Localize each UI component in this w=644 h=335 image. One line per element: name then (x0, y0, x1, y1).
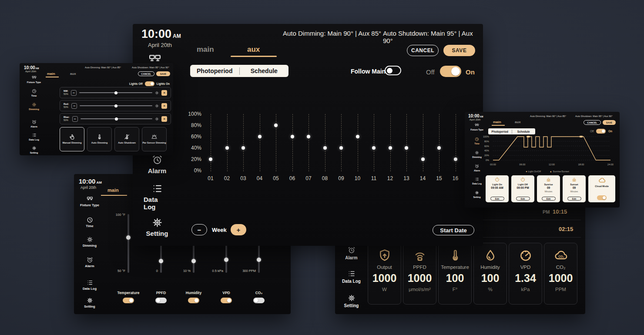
tab-aux[interactable]: aux (515, 120, 521, 124)
sidebar-item-alarm[interactable]: Alarm (24, 120, 44, 128)
sidebar-item-alarm[interactable]: Alarm (144, 154, 171, 174)
cancel-button[interactable]: CANCEL (584, 120, 601, 125)
dimming-icon (32, 102, 37, 107)
tab-main[interactable]: main (493, 120, 501, 124)
sidebar-item-data-log[interactable]: Data Log (144, 183, 171, 211)
sidebar-item-fixture-type[interactable]: Fixture Type (24, 75, 44, 84)
humidity-toggle[interactable] (188, 298, 199, 303)
chart-data-point[interactable] (437, 146, 441, 150)
edit-button[interactable]: Edit (542, 197, 556, 201)
segment-schedule[interactable]: Schedule (512, 130, 536, 133)
time-value[interactable]: 10:15 (553, 208, 567, 215)
sidebar-item-fixture-type[interactable]: Fixture Type (468, 123, 486, 131)
metric-value: 1.34 (515, 272, 536, 285)
chart-data-point[interactable] (421, 157, 425, 161)
tab-main[interactable]: main (47, 72, 55, 76)
slider-thumb[interactable] (115, 117, 118, 121)
sidebar-item-setting[interactable]: Setting (144, 217, 171, 237)
sidebar-item-alarm[interactable]: Alarm (339, 246, 363, 260)
sidebar-item-setting[interactable]: Setting (79, 297, 100, 308)
sidebar-item-setting[interactable]: Setting (339, 294, 363, 308)
aux-on-off-toggle[interactable] (440, 66, 461, 77)
slider-thumb[interactable] (114, 104, 117, 107)
sidebar-item-time[interactable]: Time (79, 217, 100, 228)
sidebar-item-time[interactable]: Time (24, 89, 44, 97)
tab-main[interactable]: main (197, 45, 214, 54)
channel-increase-button[interactable]: + (161, 116, 167, 122)
channel-increase-button[interactable]: + (161, 103, 167, 109)
sidebar-item-data-log[interactable]: Data Log (24, 133, 44, 141)
slider-thumb[interactable] (191, 259, 196, 263)
chart-data-point[interactable] (274, 124, 278, 127)
sidebar-item-alarm[interactable]: Alarm (79, 257, 100, 268)
save-button[interactable]: SAVE (156, 71, 170, 76)
tab-main[interactable]: main (107, 188, 119, 193)
cancel-button[interactable]: CANCEL (138, 71, 154, 76)
ppfd-toggle[interactable] (155, 298, 167, 303)
duration-value[interactable]: 02:15 (559, 226, 573, 232)
mode-card-manual-dimming[interactable]: Manual Dimming (60, 127, 84, 151)
chart-data-point[interactable] (291, 135, 294, 138)
segment-photoperiod[interactable]: Photoperiod (488, 130, 512, 133)
save-button[interactable]: SAVE (443, 45, 475, 56)
co2-toggle[interactable] (253, 298, 265, 303)
edit-button[interactable]: Edit (490, 197, 504, 201)
mode-card-par-sensor-dimming[interactable]: Par Sensor Dimming (142, 127, 167, 151)
sidebar-item-data-log[interactable]: Data Log (468, 177, 486, 185)
slider-thumb[interactable] (257, 258, 261, 262)
slider-min-label: 50 °F (117, 269, 125, 273)
channel-decrease-button[interactable]: − (72, 116, 78, 122)
edit-button[interactable]: Edit (567, 197, 581, 201)
channel-slider[interactable] (80, 105, 152, 106)
week-decrement-button[interactable]: − (191, 224, 207, 235)
channel-slider[interactable] (80, 118, 152, 119)
channel-increase-button[interactable]: + (161, 90, 167, 96)
week-increment-button[interactable]: + (231, 224, 246, 235)
mode-card-auto-dimming[interactable]: Auto Dimming (87, 127, 112, 151)
temperature-toggle[interactable] (123, 298, 134, 303)
temperature-slider-track[interactable] (127, 214, 129, 273)
cloud-mode-toggle[interactable] (597, 195, 607, 200)
slider-thumb[interactable] (159, 259, 163, 263)
start-date-button[interactable]: Start Date (433, 225, 474, 235)
vpd-toggle[interactable] (221, 298, 232, 303)
chart-data-point[interactable] (307, 135, 310, 138)
sidebar-item-data-log[interactable]: Data Log (79, 279, 100, 291)
edit-button[interactable]: Edit (516, 197, 530, 201)
follow-main-toggle[interactable] (385, 66, 401, 75)
mode-card-auto-shutdown[interactable]: Auto Shutdown (114, 127, 139, 151)
sidebar-item-data-log[interactable]: Data Log (339, 270, 363, 284)
slider-thumb[interactable] (224, 258, 228, 262)
channel-decrease-button[interactable]: − (71, 103, 77, 109)
chart-data-point[interactable] (356, 135, 359, 138)
sidebar-item-dimming[interactable]: Dimming (24, 102, 44, 111)
slider-thumb[interactable] (114, 91, 117, 94)
main-on-off-toggle[interactable] (596, 129, 606, 134)
channel-slider[interactable] (79, 92, 152, 93)
segment-schedule[interactable]: Schedule (240, 67, 289, 74)
tab-aux[interactable]: aux (247, 45, 260, 54)
clock-time: 10:00AM (141, 27, 181, 41)
sidebar-item-fixture-type[interactable]: Fixture Type (79, 196, 100, 207)
chart-data-point[interactable] (372, 146, 376, 150)
chart-data-point[interactable] (323, 146, 327, 150)
chart-data-point[interactable] (405, 146, 408, 150)
channel-decrease-button[interactable]: − (71, 90, 77, 96)
sidebar-item-setting[interactable]: Setting (24, 146, 44, 154)
chart-data-point[interactable] (258, 135, 262, 138)
sidebar-item-label: Alarm (148, 167, 167, 174)
save-button[interactable]: SAVE (603, 120, 616, 125)
chart-data-point[interactable] (209, 157, 212, 161)
tab-aux[interactable]: aux (70, 72, 76, 76)
chart-data-point[interactable] (454, 157, 457, 161)
slider-thumb[interactable] (126, 235, 131, 240)
chart-data-point[interactable] (389, 146, 392, 150)
chart-data-point[interactable] (242, 146, 245, 150)
chart-data-point[interactable] (339, 146, 343, 150)
chart-data-point[interactable] (225, 146, 229, 150)
sidebar-item-dimming[interactable]: Dimming (79, 236, 100, 248)
segment-photoperiod[interactable]: Photoperiod (190, 67, 239, 74)
sidebar-item-setting[interactable]: Setting (468, 191, 486, 198)
cancel-button[interactable]: CANCEL (407, 45, 439, 56)
lights-on-off-toggle[interactable] (145, 81, 154, 86)
